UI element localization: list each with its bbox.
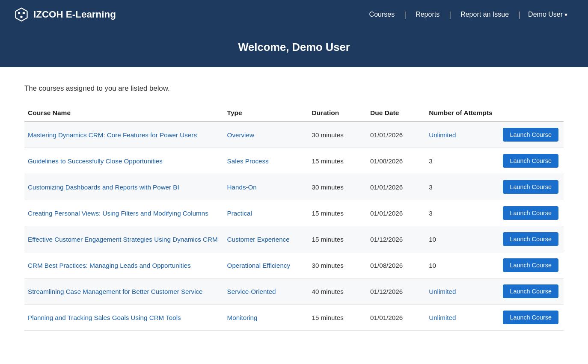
- course-name-link[interactable]: CRM Best Practices: Managing Leads and O…: [28, 262, 191, 269]
- courses-table: Course Name Type Duration Due Date Numbe…: [24, 105, 564, 331]
- launch-course-button[interactable]: Launch Course: [503, 154, 558, 168]
- course-duration-cell: 40 minutes: [308, 278, 367, 305]
- attempts-value: 3: [429, 157, 432, 165]
- attempts-value: Unlimited: [429, 314, 456, 321]
- course-type-link[interactable]: Monitoring: [227, 314, 258, 321]
- course-type-link[interactable]: Customer Experience: [227, 236, 290, 243]
- col-header-action: [499, 105, 564, 121]
- course-attempts-cell: Unlimited: [425, 278, 499, 305]
- launch-course-button[interactable]: Launch Course: [503, 258, 558, 272]
- course-type-cell: Operational Efficiency: [224, 252, 309, 278]
- navbar: IZCOH E-Learning Courses | Reports | Rep…: [0, 0, 588, 29]
- course-type-cell: Customer Experience: [224, 226, 309, 252]
- course-type-cell: Monitoring: [224, 305, 309, 331]
- table-row: Guidelines to Successfully Close Opportu…: [24, 148, 564, 174]
- course-due-cell: 01/12/2026: [367, 226, 425, 252]
- course-name-cell: CRM Best Practices: Managing Leads and O…: [24, 252, 224, 278]
- nav-report-issue[interactable]: Report an Issue: [452, 11, 517, 18]
- table-row: Planning and Tracking Sales Goals Using …: [24, 305, 564, 331]
- table-row: Creating Personal Views: Using Filters a…: [24, 200, 564, 226]
- course-duration-cell: 30 minutes: [308, 121, 367, 148]
- launch-course-button[interactable]: Launch Course: [503, 311, 558, 324]
- course-type-cell: Service-Oriented: [224, 278, 309, 305]
- nav-links: Courses | Reports | Report an Issue | De…: [361, 10, 574, 19]
- table-header: Course Name Type Duration Due Date Numbe…: [24, 105, 564, 121]
- welcome-heading: Welcome, Demo User: [0, 41, 588, 53]
- course-name-cell: Mastering Dynamics CRM: Core Features fo…: [24, 121, 224, 148]
- course-type-link[interactable]: Overview: [227, 131, 254, 139]
- brand[interactable]: IZCOH E-Learning: [14, 7, 361, 22]
- courses-tbody: Mastering Dynamics CRM: Core Features fo…: [24, 121, 564, 331]
- course-name-link[interactable]: Mastering Dynamics CRM: Core Features fo…: [28, 131, 197, 139]
- course-action-cell: Launch Course: [499, 174, 564, 200]
- attempts-value: 10: [429, 236, 436, 243]
- col-header-duration: Duration: [308, 105, 367, 121]
- table-row: CRM Best Practices: Managing Leads and O…: [24, 252, 564, 278]
- attempts-value: 10: [429, 262, 436, 269]
- course-duration-cell: 15 minutes: [308, 148, 367, 174]
- course-name-link[interactable]: Creating Personal Views: Using Filters a…: [28, 210, 208, 217]
- col-header-attempts: Number of Attempts: [425, 105, 499, 121]
- intro-text: The courses assigned to you are listed b…: [24, 84, 564, 93]
- nav-divider-2: |: [448, 10, 452, 19]
- svg-point-1: [18, 12, 20, 14]
- welcome-banner: Welcome, Demo User: [0, 29, 588, 67]
- course-duration-cell: 30 minutes: [308, 252, 367, 278]
- course-type-link[interactable]: Service-Oriented: [227, 288, 276, 295]
- course-type-cell: Practical: [224, 200, 309, 226]
- nav-divider-3: |: [517, 10, 521, 19]
- course-name-link[interactable]: Planning and Tracking Sales Goals Using …: [28, 314, 181, 321]
- svg-point-3: [20, 16, 22, 18]
- course-type-link[interactable]: Operational Efficiency: [227, 262, 290, 269]
- course-attempts-cell: Unlimited: [425, 121, 499, 148]
- course-duration-cell: 15 minutes: [308, 226, 367, 252]
- course-name-link[interactable]: Streamlining Case Management for Better …: [28, 288, 203, 295]
- table-row: Mastering Dynamics CRM: Core Features fo…: [24, 121, 564, 148]
- svg-point-2: [23, 12, 25, 14]
- course-name-cell: Creating Personal Views: Using Filters a…: [24, 200, 224, 226]
- course-type-link[interactable]: Hands-On: [227, 183, 257, 191]
- col-header-due: Due Date: [367, 105, 425, 121]
- nav-divider-1: |: [403, 10, 407, 19]
- course-due-cell: 01/08/2026: [367, 148, 425, 174]
- col-header-type: Type: [224, 105, 309, 121]
- nav-reports[interactable]: Reports: [407, 11, 448, 18]
- brand-logo-icon: [14, 7, 29, 22]
- nav-courses[interactable]: Courses: [361, 11, 404, 18]
- brand-title: IZCOH E-Learning: [33, 9, 116, 20]
- course-action-cell: Launch Course: [499, 121, 564, 148]
- launch-course-button[interactable]: Launch Course: [503, 284, 558, 298]
- col-header-name: Course Name: [24, 105, 224, 121]
- course-name-cell: Effective Customer Engagement Strategies…: [24, 226, 224, 252]
- course-name-link[interactable]: Guidelines to Successfully Close Opportu…: [28, 157, 163, 165]
- table-row: Effective Customer Engagement Strategies…: [24, 226, 564, 252]
- course-name-cell: Guidelines to Successfully Close Opportu…: [24, 148, 224, 174]
- launch-course-button[interactable]: Launch Course: [503, 206, 558, 220]
- attempts-value: Unlimited: [429, 288, 456, 295]
- course-due-cell: 01/01/2026: [367, 121, 425, 148]
- course-attempts-cell: 3: [425, 200, 499, 226]
- course-name-link[interactable]: Customizing Dashboards and Reports with …: [28, 183, 179, 191]
- course-due-cell: 01/08/2026: [367, 252, 425, 278]
- attempts-value: 3: [429, 210, 432, 217]
- svg-marker-0: [16, 8, 27, 21]
- course-action-cell: Launch Course: [499, 200, 564, 226]
- launch-course-button[interactable]: Launch Course: [503, 232, 558, 246]
- nav-user-menu[interactable]: Demo User: [521, 11, 574, 18]
- course-action-cell: Launch Course: [499, 252, 564, 278]
- course-attempts-cell: 10: [425, 252, 499, 278]
- course-attempts-cell: 3: [425, 174, 499, 200]
- course-due-cell: 01/12/2026: [367, 278, 425, 305]
- course-duration-cell: 30 minutes: [308, 174, 367, 200]
- course-duration-cell: 15 minutes: [308, 305, 367, 331]
- course-type-link[interactable]: Practical: [227, 210, 252, 217]
- attempts-value: Unlimited: [429, 131, 456, 139]
- course-name-cell: Streamlining Case Management for Better …: [24, 278, 224, 305]
- course-name-link[interactable]: Effective Customer Engagement Strategies…: [28, 236, 218, 243]
- launch-course-button[interactable]: Launch Course: [503, 128, 558, 142]
- course-type-link[interactable]: Sales Process: [227, 157, 269, 165]
- main-content: The courses assigned to you are listed b…: [7, 67, 581, 356]
- launch-course-button[interactable]: Launch Course: [503, 180, 558, 194]
- course-due-cell: 01/01/2026: [367, 305, 425, 331]
- course-type-cell: Hands-On: [224, 174, 309, 200]
